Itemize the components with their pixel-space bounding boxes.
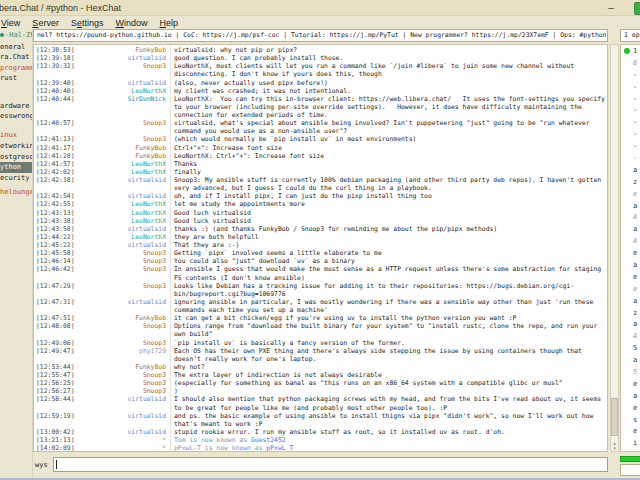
nick[interactable]: Snoop3 (74, 62, 170, 78)
menu-item-view[interactable]: View (0, 18, 26, 28)
nick[interactable]: FunkyBob (74, 314, 170, 322)
user-list-item[interactable]: A (621, 211, 640, 223)
user-list-item[interactable]: - (621, 116, 640, 128)
minimize-button[interactable]: – (602, 1, 620, 13)
user-list-item[interactable]: A (621, 330, 640, 342)
user-list-item[interactable]: e (621, 188, 640, 200)
sidebar-item-programm[interactable]: programm (0, 63, 32, 74)
nick[interactable]: Snoop3 (74, 387, 170, 395)
sidebar-item--hal-zha[interactable]: -Hal-Zha (0, 30, 32, 41)
user-list-item[interactable]: - (621, 104, 640, 116)
nick[interactable]: LeoNorthX (74, 168, 170, 176)
maximize-button[interactable] (634, 2, 640, 15)
sidebar-item-eneral[interactable]: eneral (0, 42, 32, 53)
sidebar-item-ra-chat[interactable]: ra.Chat (0, 52, 32, 63)
nick[interactable]: FunkyBob (74, 363, 170, 371)
nick-link[interactable]: Guest2452 (251, 436, 286, 444)
nick[interactable]: virtualsid (74, 176, 170, 192)
nick[interactable]: Snoop3 (74, 339, 170, 347)
nick[interactable]: Snoop3 (74, 257, 170, 265)
sidebar-item-ython[interactable]: ython (0, 162, 32, 173)
sidebar-item-ardware[interactable]: ardware (0, 101, 32, 112)
user-list-item[interactable]: - (621, 69, 640, 81)
sidebar-item-helounge[interactable]: helounge (0, 187, 32, 198)
user-list-item[interactable]: e (621, 247, 640, 259)
nick[interactable]: virtualsid (74, 395, 170, 411)
nick[interactable]: FunkyBob (74, 46, 170, 54)
nick[interactable]: LeoNorthX (74, 233, 170, 241)
title-bar[interactable]: Libera.Chat / #python - HexChat – (0, 0, 640, 16)
user-list-item[interactable]: a (621, 259, 640, 271)
user-list-item[interactable]: - (621, 128, 640, 140)
chat-scrollbar[interactable]: ▴▾ (610, 44, 619, 452)
user-list-item[interactable]: a (621, 223, 640, 235)
sidebar-item-ostgresq[interactable]: ostgresq (0, 152, 32, 163)
user-list-item[interactable]: z (621, 307, 640, 319)
user-list-item[interactable]: e (621, 378, 640, 390)
user-list-item[interactable]: a (621, 354, 640, 366)
nick[interactable]: virtualsid (74, 428, 170, 436)
user-list-item[interactable]: e (621, 426, 640, 438)
user-list-item[interactable]: e (621, 283, 640, 295)
user-list-item[interactable]: a (621, 295, 640, 307)
message-row: [12:41:20]FunkyBobLeoNorthX: Ctrl+"+": I… (34, 152, 607, 160)
user-list-item[interactable]: - (621, 81, 640, 93)
nick[interactable]: FunkyBob (74, 152, 170, 160)
nick[interactable]: phy1729 (74, 347, 170, 363)
user-list-item[interactable]: z (621, 176, 640, 188)
topic-bar[interactable]: nel? https://pound-python.github.io | Co… (33, 29, 608, 42)
menu-item-window[interactable]: Window (109, 18, 153, 28)
user-list-item[interactable]: a (621, 164, 640, 176)
user-list-item[interactable]: a (621, 318, 640, 330)
user-list-item[interactable]: e (621, 271, 640, 283)
nick[interactable]: virtualsid (74, 192, 170, 200)
sidebar-item-esswrong[interactable]: esswrong (0, 111, 32, 122)
nick[interactable]: Snoop3 (74, 119, 170, 135)
nick[interactable]: Snoop3 (74, 379, 170, 387)
nick[interactable]: Snoop3 (74, 371, 170, 379)
nick[interactable]: LeoNorthX (74, 160, 170, 168)
nick[interactable]: SirDonNick (74, 95, 170, 119)
nick[interactable]: Snoop3 (74, 135, 170, 143)
user-list-item[interactable]: a (621, 200, 640, 212)
nick[interactable]: virtualsid (74, 298, 170, 314)
user-list-item[interactable]: A (621, 235, 640, 247)
user-list-item[interactable]: 6 (621, 57, 640, 69)
nick[interactable]: LeoNorthX (74, 209, 170, 217)
user-list-item[interactable]: 1 (621, 45, 640, 57)
menu-item-settings[interactable]: Settings (65, 18, 110, 28)
chat-scrollbar-thumb[interactable] (611, 398, 618, 436)
sidebar-item-inux[interactable]: inux (0, 130, 32, 141)
nick[interactable]: Snoop3 (74, 322, 170, 338)
sidebar-item-etworkin[interactable]: etworkin (0, 141, 32, 152)
chat-scrollbar-arrows[interactable]: ▴▾ (611, 441, 618, 451)
sidebar-item-ecurity[interactable]: ecurity (0, 173, 32, 184)
nick[interactable]: virtualsid (74, 225, 170, 233)
nick[interactable]: virtualsid (74, 412, 170, 428)
nick[interactable]: virtualsid (74, 54, 170, 62)
nick[interactable]: virtualsid (74, 79, 170, 87)
nick[interactable]: LeoNorthX (74, 217, 170, 225)
nick[interactable]: Snoop3 (74, 249, 170, 257)
user-list-item[interactable]: 5 (621, 366, 640, 378)
user-list-item[interactable]: e (621, 402, 640, 414)
user-list-item[interactable]: - (621, 93, 640, 105)
nick[interactable]: Snoop3 (74, 282, 170, 298)
nick[interactable]: LeoNorthX (74, 200, 170, 208)
message-input[interactable] (53, 457, 608, 472)
user-list-item[interactable]: - (621, 140, 640, 152)
nick-link[interactable]: pPxwL_T (266, 444, 293, 452)
nick[interactable]: Snoop3 (74, 265, 170, 281)
menu-item-server[interactable]: Server (26, 18, 65, 28)
sidebar-item-rust[interactable]: rust (0, 73, 32, 84)
nick[interactable]: FunkyBob (74, 144, 170, 152)
user-list-item[interactable]: a (621, 390, 640, 402)
user-list-item[interactable]: i (621, 437, 640, 449)
user-list-item[interactable]: 5 (621, 342, 640, 354)
nick[interactable]: LeoNorthX (74, 87, 170, 95)
menu-item-help[interactable]: Help (153, 18, 184, 28)
user-list-item[interactable]: - (621, 152, 640, 164)
nick[interactable]: virtualsid (74, 241, 170, 249)
nick-button[interactable]: wys (33, 461, 53, 469)
user-list-item[interactable]: s (621, 414, 640, 426)
